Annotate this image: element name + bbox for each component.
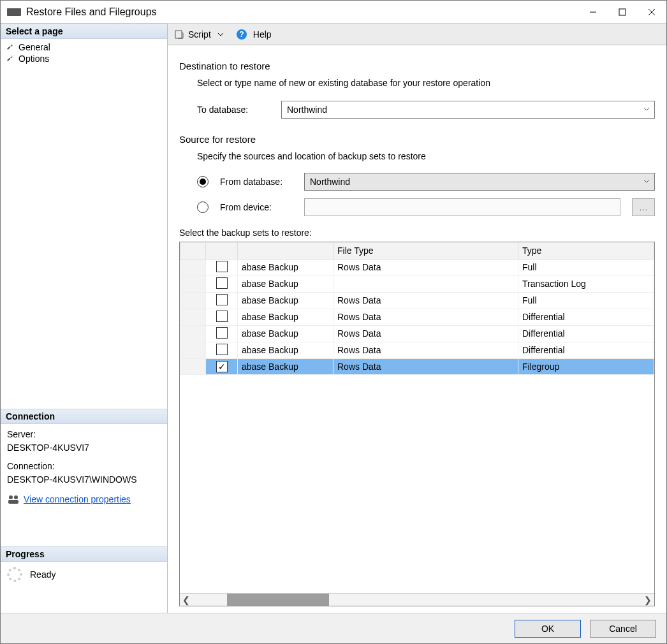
from-device-radio[interactable] [197, 201, 209, 213]
svg-point-5 [14, 495, 18, 499]
row-checkbox[interactable] [216, 361, 228, 372]
table-row[interactable]: abase BackupRows DataDifferential [180, 309, 654, 325]
page-general-label: General [18, 42, 50, 52]
from-device-text[interactable] [304, 198, 620, 216]
wrench-icon [6, 54, 15, 63]
row-header-cell[interactable] [180, 259, 206, 275]
row-checkbox-cell[interactable] [206, 309, 238, 325]
row-file-type [334, 275, 518, 292]
select-sets-label: Select the backup sets to restore: [179, 228, 655, 238]
help-button[interactable]: Help [253, 29, 272, 40]
connection-header: Connection [1, 409, 167, 424]
row-header-cell[interactable] [180, 309, 206, 325]
scroll-thumb[interactable] [227, 594, 329, 606]
row-checkbox[interactable] [216, 277, 228, 289]
row-type: Filegroup [518, 358, 654, 374]
scroll-right-icon[interactable]: ❯ [641, 595, 654, 605]
browse-device-button[interactable]: … [632, 198, 655, 216]
row-header-cell[interactable] [180, 342, 206, 358]
minimize-icon [589, 8, 597, 16]
svg-rect-6 [8, 500, 18, 504]
from-db-row: From database: Northwind [179, 173, 655, 191]
col-type[interactable]: Type [518, 242, 654, 259]
row-type: Transaction Log [518, 275, 654, 292]
row-name: abase Backup [238, 325, 334, 342]
col-name-partial[interactable] [238, 242, 334, 259]
table-row[interactable]: abase BackupRows DataFull [180, 292, 654, 309]
row-checkbox[interactable] [216, 327, 228, 339]
content-area: Destination to restore Select or type na… [168, 45, 666, 613]
app-icon [7, 8, 21, 16]
row-checkbox-cell[interactable] [206, 358, 238, 374]
from-device-row: From device: … [179, 198, 655, 216]
row-name: abase Backup [238, 259, 334, 275]
table-row[interactable]: abase BackupRows DataFilegroup [180, 358, 654, 374]
to-db-value: Northwind [287, 105, 327, 115]
svg-rect-7 [175, 31, 182, 38]
row-header-cell[interactable] [180, 275, 206, 292]
to-db-row: To database: Northwind [179, 101, 655, 119]
row-checkbox-cell[interactable] [206, 325, 238, 342]
col-file-type[interactable]: File Type [334, 242, 518, 259]
to-db-combo[interactable]: Northwind [281, 101, 655, 119]
row-checkbox[interactable] [216, 294, 228, 305]
row-name: abase Backup [238, 342, 334, 358]
table-row[interactable]: abase BackupRows DataDifferential [180, 342, 654, 358]
row-type: Differential [518, 325, 654, 342]
maximize-button[interactable] [608, 1, 637, 23]
row-checkbox[interactable] [216, 261, 228, 272]
table-header-row: File Type Type [180, 242, 654, 259]
connection-label: Connection: [7, 460, 161, 473]
script-button[interactable]: Script [188, 29, 211, 40]
view-conn-props-link[interactable]: View connection properties [24, 494, 131, 504]
row-header-cell[interactable] [180, 292, 206, 309]
progress-header: Progress [1, 546, 167, 562]
scroll-left-icon[interactable]: ❮ [180, 595, 193, 605]
row-file-type: Rows Data [334, 259, 518, 275]
row-name: abase Backup [238, 275, 334, 292]
row-header-cell[interactable] [180, 325, 206, 342]
row-checkbox-cell[interactable] [206, 292, 238, 309]
people-icon [7, 494, 20, 504]
from-db-combo[interactable]: Northwind [304, 173, 655, 191]
dest-hint: Select or type name of new or existing d… [179, 78, 655, 88]
from-db-radio[interactable] [197, 176, 209, 187]
dialog-window: Restore Files and Filegroups Select a pa… [0, 0, 667, 644]
src-hint: Specify the sources and location of back… [179, 151, 655, 161]
row-checkbox[interactable] [216, 311, 228, 322]
close-icon [648, 8, 656, 16]
row-checkbox-cell[interactable] [206, 342, 238, 358]
ok-button[interactable]: OK [515, 620, 581, 638]
dropdown-arrow-icon[interactable] [217, 31, 224, 38]
connection-value: DESKTOP-4KUSVI7\WINDOWS [7, 473, 161, 487]
view-conn-props-row: View connection properties [1, 490, 167, 508]
horizontal-scrollbar[interactable]: ❮ ❯ [180, 593, 654, 606]
row-checkbox-cell[interactable] [206, 275, 238, 292]
minimize-button[interactable] [578, 1, 608, 23]
page-options[interactable]: Options [4, 53, 163, 64]
scroll-track[interactable] [193, 594, 641, 606]
col-rowheader[interactable] [180, 242, 206, 259]
main-panel: Script ? Help Destination to restore Sel… [168, 24, 666, 613]
script-icon [174, 29, 184, 40]
row-checkbox-cell[interactable] [206, 259, 238, 275]
chevron-down-icon [643, 105, 650, 115]
col-checkbox[interactable] [206, 242, 238, 259]
connection-info: Server: DESKTOP-4KUSVI7 Connection: DESK… [1, 424, 167, 490]
table-row[interactable]: abase BackupRows DataFull [180, 259, 654, 275]
page-general[interactable]: General [4, 41, 163, 53]
table-row[interactable]: abase BackupRows DataDifferential [180, 325, 654, 342]
row-checkbox[interactable] [216, 344, 228, 355]
ellipsis-icon: … [639, 202, 648, 212]
backup-sets-table[interactable]: File Type Type abase BackupRows DataFull… [180, 242, 654, 375]
row-header-cell[interactable] [180, 358, 206, 374]
progress-spinner-icon [7, 567, 22, 582]
cancel-button[interactable]: Cancel [590, 620, 656, 638]
row-file-type: Rows Data [334, 309, 518, 325]
from-db-label: From database: [220, 177, 298, 187]
row-file-type: Rows Data [334, 325, 518, 342]
table-row[interactable]: abase BackupTransaction Log [180, 275, 654, 292]
progress-body: Ready [1, 562, 167, 587]
close-button[interactable] [637, 1, 666, 23]
svg-rect-1 [619, 9, 626, 15]
